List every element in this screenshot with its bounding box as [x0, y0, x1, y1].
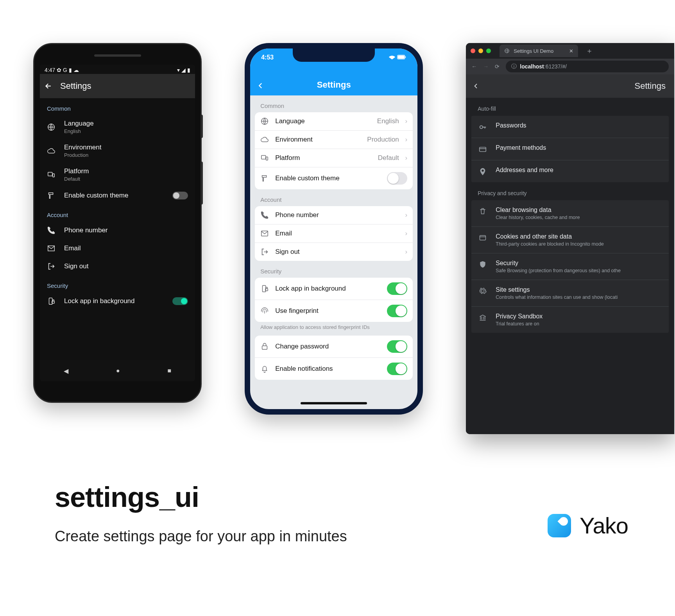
row-language[interactable]: Language English › [255, 112, 413, 131]
row-email[interactable]: Email › [255, 224, 413, 243]
format-paint-icon [47, 191, 56, 200]
row-sub: Third-party cookies are blocked in Incog… [496, 241, 604, 247]
close-window-icon[interactable] [471, 48, 475, 53]
row-lock[interactable]: Lock app in background [40, 292, 195, 310]
key-icon [478, 122, 487, 131]
phonelock-icon [260, 284, 269, 293]
nav-forward-icon[interactable]: → [483, 63, 489, 70]
brand-logo-icon [548, 514, 571, 537]
email-icon [47, 244, 56, 253]
row-sandbox[interactable]: Privacy Sandbox Trial features are on [471, 307, 669, 333]
globe-icon [260, 117, 269, 126]
battery-icon: ▮ [187, 67, 190, 73]
phonelock-icon [47, 297, 56, 305]
phone-icon [47, 226, 56, 235]
browser-tab-bar: Settings UI Demo ✕ ＋ [466, 43, 674, 59]
row-title: Lock app in background [64, 297, 164, 305]
nav-back-icon[interactable]: ◀ [64, 367, 68, 375]
chevron-right-icon: › [405, 154, 408, 162]
theme-toggle[interactable] [172, 192, 188, 199]
nav-back-icon[interactable]: ← [471, 63, 477, 70]
devices-icon [47, 171, 56, 179]
back-arrow-icon[interactable] [45, 82, 52, 90]
location-icon [478, 167, 487, 176]
status-icons-left: ✿ G ▮ ☁ [57, 67, 79, 73]
row-title: Payment methods [496, 144, 546, 151]
row-phone[interactable]: Phone number › [255, 206, 413, 224]
card-common: Language English › Environment Productio… [255, 112, 413, 189]
marketing-title: settings_ui [55, 481, 621, 513]
theme-toggle[interactable] [387, 172, 407, 185]
ios-device-frame: 4:53 Settings Common Languag [245, 43, 423, 415]
row-environment[interactable]: Environment Production [40, 139, 195, 163]
row-clear[interactable]: Clear browsing data Clear history, cooki… [471, 200, 669, 227]
ios-body: Common Language English › Environment Pr… [250, 95, 417, 392]
email-icon [260, 229, 269, 238]
minimize-window-icon[interactable] [478, 48, 483, 53]
row-addresses[interactable]: Addresses and more [471, 160, 669, 182]
row-signout[interactable]: Sign out [40, 257, 195, 275]
row-sub: Controls what information sites can use … [496, 295, 618, 300]
site-info-icon[interactable]: ⓘ [511, 63, 517, 70]
signout-icon [47, 262, 56, 271]
back-chevron-icon[interactable] [473, 82, 479, 90]
row-phone[interactable]: Phone number [40, 221, 195, 239]
row-environment[interactable]: Environment Production › [255, 131, 413, 149]
delete-icon [478, 207, 487, 215]
row-fingerprint[interactable]: Use fingerprint [255, 300, 413, 322]
url-field[interactable]: ⓘ localhost:61237/#/ [506, 61, 669, 72]
row-title: Environment [275, 136, 361, 144]
row-notifications[interactable]: Enable notifications [255, 358, 413, 380]
rows-privacy: Clear browsing data Clear history, cooki… [471, 200, 669, 333]
marketing-block: settings_ui Create settings page for you… [55, 481, 621, 545]
password-toggle[interactable] [387, 340, 407, 353]
maximize-window-icon[interactable] [486, 48, 491, 53]
section-label-security: Security [40, 275, 195, 292]
android-title-bar: Settings [40, 74, 195, 98]
lock-toggle[interactable] [172, 297, 188, 305]
nav-home-icon[interactable]: ● [116, 367, 120, 374]
row-title: Passwords [496, 122, 526, 129]
svg-rect-13 [262, 346, 267, 349]
row-signout[interactable]: Sign out › [255, 243, 413, 261]
row-title: Phone number [275, 211, 399, 219]
lock-toggle[interactable] [387, 282, 407, 295]
row-security[interactable]: Security Safe Browsing (protection from … [471, 253, 669, 280]
row-title: Language [275, 117, 371, 125]
new-tab-icon[interactable]: ＋ [586, 46, 593, 56]
row-platform[interactable]: Platform Default [40, 163, 195, 187]
chevron-right-icon: › [405, 230, 408, 237]
gear-icon [478, 286, 487, 295]
ios-screen: 4:53 Settings Common Languag [250, 48, 417, 409]
cloud-icon [47, 147, 56, 155]
status-icons-right: ▾ ◢ ▮ [177, 67, 190, 73]
fingerprint-toggle[interactable] [387, 305, 407, 317]
nav-recent-icon[interactable]: ■ [168, 367, 172, 374]
row-passwords[interactable]: Passwords [471, 116, 669, 138]
window-traffic-lights [471, 48, 491, 53]
row-payment[interactable]: Payment methods [471, 138, 669, 160]
notifications-toggle[interactable] [387, 363, 407, 375]
row-password[interactable]: Change password [255, 336, 413, 358]
row-theme[interactable]: Enable custom theme [40, 187, 195, 205]
chevron-right-icon: › [405, 136, 408, 144]
tab-close-icon[interactable]: ✕ [569, 48, 573, 54]
row-platform[interactable]: Platform Default › [255, 149, 413, 167]
row-cookies[interactable]: Cookies and other site data Third-party … [471, 227, 669, 253]
row-title: Sign out [64, 262, 188, 270]
row-title: Lock app in background [275, 285, 381, 293]
svg-rect-1 [48, 172, 52, 176]
row-lock[interactable]: Lock app in background [255, 278, 413, 300]
row-email[interactable]: Email [40, 239, 195, 257]
row-title: Cookies and other site data [496, 233, 604, 240]
row-language[interactable]: Language English [40, 115, 195, 139]
android-status-bar: 4:47 ✿ G ▮ ☁ ▾ ◢ ▮ [40, 65, 195, 74]
browser-tab[interactable]: Settings UI Demo ✕ [500, 45, 578, 57]
rows-autofill: Passwords Payment methods Addresses and … [471, 116, 669, 182]
svg-rect-9 [266, 157, 268, 160]
reload-icon[interactable]: ⟳ [495, 63, 500, 70]
row-site-settings[interactable]: Site settings Controls what information … [471, 280, 669, 307]
devices-icon [260, 154, 269, 162]
fingerprint-note: Allow application to access stored finge… [255, 322, 413, 330]
row-theme[interactable]: Enable custom theme [255, 167, 413, 189]
